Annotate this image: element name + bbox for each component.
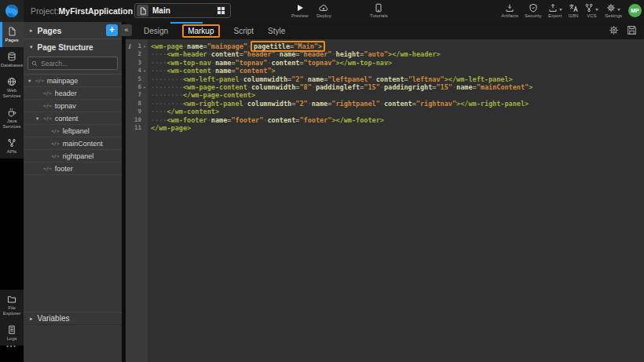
upload-tray-icon (548, 2, 562, 13)
active-tab-indicator (170, 22, 203, 24)
tree-item-label: topnav (55, 102, 76, 110)
play-icon (295, 2, 305, 13)
add-page-button[interactable]: + (106, 24, 118, 36)
code-line-6[interactable]: 6▾········<wm-page-content·columnwidth="… (126, 83, 644, 91)
wavemaker-logo[interactable] (0, 0, 24, 22)
tree-item-rightpanel[interactable]: </>rightpanel (24, 150, 122, 163)
pages-panel: ▸ Pages + ▾ Page Structure Search... ▾</… (24, 22, 122, 362)
topbar-action-preview[interactable]: Preview (291, 2, 308, 18)
download-tray-icon (505, 2, 514, 13)
fold-spacer (141, 116, 148, 124)
tree-item-topnav[interactable]: </>topnav (24, 100, 122, 112)
tab-style[interactable]: Style (268, 27, 285, 35)
topbar-action-tutorials[interactable]: Tutorials (370, 2, 388, 18)
code-line-3[interactable]: 3····<wm-top-nav·name="topnav"·content="… (126, 59, 644, 67)
tree-item-label: rightpanel (63, 152, 94, 160)
coffee-icon (7, 108, 16, 117)
code-line-11[interactable]: 11</wm-page> (126, 124, 644, 132)
sidebar-item-label: Java Services (1, 119, 24, 130)
pages-panel-header[interactable]: ▸ Pages + (24, 22, 122, 39)
topbar-action-deploy[interactable]: Deploy (317, 2, 331, 18)
code-text: ····</wm-content> (148, 108, 219, 115)
sidebar-item-label: Pages (5, 38, 18, 43)
folder-icon (7, 294, 16, 304)
topbar-action-artifacts[interactable]: Artifacts (501, 2, 518, 18)
topbar-action-security[interactable]: Security (525, 2, 542, 18)
code-text: ····<wm-header·content="header"·name="he… (148, 50, 441, 58)
expand-arrow-icon[interactable]: ▾ (30, 44, 33, 50)
variables-section[interactable]: ▸ Variables (24, 312, 122, 325)
project-name: MyFirstApplication (59, 6, 134, 16)
tree-item-content[interactable]: ▾</>content (24, 112, 122, 125)
collapse-arrow-icon[interactable]: ▸ (30, 316, 33, 322)
gutter-cell: 4▾ (126, 67, 148, 75)
sidebar-item-pages[interactable]: Pages (0, 22, 24, 47)
sidebar-group-top: PagesDatabasesWeb ServicesJava ServicesA… (0, 22, 24, 159)
line-number: 10 (134, 116, 141, 124)
sidebar-item-file-explorer[interactable]: File Explorer (0, 290, 24, 320)
tree-item-label: mainContent (63, 140, 103, 148)
search-input[interactable]: Search... (27, 57, 118, 70)
topbar-action-label: Security (525, 13, 542, 18)
pages-icon (7, 27, 16, 36)
expand-arrow-icon[interactable]: ▾ (28, 78, 35, 84)
tab-markup[interactable]: Markup (182, 24, 219, 38)
code-line-4[interactable]: 4▾····<wm-content·name="content"> (126, 67, 644, 75)
user-avatar[interactable]: MP (628, 4, 642, 17)
code-line-1[interactable]: i1▾<wm-page·name="mainpage"·pagetitle="M… (126, 42, 644, 50)
wavemaker-logo-icon (5, 4, 19, 18)
chevron-down-icon (617, 9, 620, 11)
code-line-10[interactable]: 10····<wm-footer·name="footer"·content="… (126, 116, 644, 124)
code-line-9[interactable]: 9····</wm-content> (126, 108, 644, 115)
tree-item-footer[interactable]: </>footer (24, 163, 122, 175)
grid-icon[interactable] (217, 6, 225, 15)
fold-spacer (141, 100, 148, 108)
sidebar-item-label: File Explorer (1, 305, 24, 316)
topbar-action-i18n[interactable]: I18N (569, 2, 579, 18)
fold-spacer (141, 75, 148, 83)
code-line-7[interactable]: 7········</wm-page-content> (126, 91, 644, 99)
collapse-panel-button[interactable]: « (121, 24, 132, 36)
code-line-2[interactable]: 2····<wm-header·content="header"·name="h… (126, 50, 644, 58)
topbar-action-settings[interactable]: Settings (605, 2, 622, 18)
tree-item-maincontent[interactable]: </>mainContent (24, 137, 122, 150)
fold-arrow-icon[interactable]: ▾ (141, 67, 148, 75)
tab-script[interactable]: Script (234, 27, 254, 35)
code-line-5[interactable]: 5········<wm-left-panel·columnwidth="2"·… (126, 75, 644, 83)
topbar-action-vcs[interactable]: VCS (584, 2, 598, 18)
widget-code-icon: </> (43, 166, 52, 171)
sidebar-item-web-services[interactable]: Web Services (0, 72, 24, 103)
tutorials-icon (374, 2, 383, 13)
save-icon[interactable] (627, 25, 637, 35)
tree-item-mainpage[interactable]: ▾</>mainpage (24, 75, 122, 87)
code-text: ········<wm-right-panel·columnwidth="2"·… (148, 100, 529, 108)
page-structure-header[interactable]: ▾ Page Structure (24, 39, 122, 55)
open-page-tab[interactable]: Main (134, 3, 231, 18)
code-text: ········<wm-left-panel·columnwidth="2"·n… (148, 75, 513, 83)
topbar-action-export[interactable]: Export (548, 2, 562, 18)
sidebar-item-databases[interactable]: Databases (0, 47, 24, 72)
tree-item-header[interactable]: </>header (24, 87, 122, 100)
sidebar-item-java-services[interactable]: Java Services (0, 103, 24, 133)
sidebar-item-logs[interactable]: Logs (0, 320, 24, 346)
fold-arrow-icon[interactable]: ▾ (141, 42, 148, 50)
tab-design[interactable]: Design (144, 27, 168, 35)
fold-arrow-icon[interactable]: ▾ (141, 83, 148, 91)
widget-code-icon: </> (43, 103, 52, 108)
collapse-arrow-icon[interactable]: ▸ (30, 27, 33, 34)
more-options-icon[interactable]: ••• (0, 343, 24, 349)
translate-icon (569, 2, 578, 13)
expand-arrow-icon[interactable]: ▾ (36, 115, 43, 122)
page-structure-title: Page Structure (38, 43, 93, 52)
database-icon (7, 52, 16, 61)
code-text: ····<wm-content·name="content"> (148, 67, 276, 75)
code-line-8[interactable]: 8········<wm-right-panel·columnwidth="2"… (126, 100, 644, 108)
tree-item-leftpanel[interactable]: </>leftpanel (24, 125, 122, 137)
code-text: ········</wm-page-content> (148, 91, 255, 99)
sidebar-item-label: Databases (1, 63, 24, 68)
sidebar-item-apis[interactable]: APIs (0, 133, 24, 159)
page-settings-gear-icon[interactable] (609, 25, 619, 35)
document-icon (137, 5, 148, 16)
shield-icon (529, 2, 538, 13)
markup-code-editor[interactable]: i1▾<wm-page·name="mainpage"·pagetitle="M… (126, 39, 644, 362)
